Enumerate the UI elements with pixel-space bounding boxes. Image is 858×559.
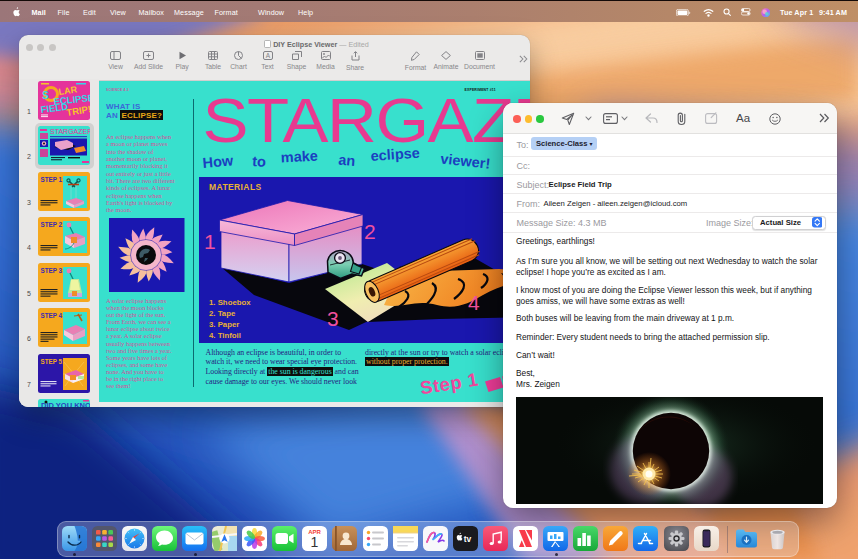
svg-text:viewer!: viewer! (439, 150, 490, 171)
svg-text:S: S (42, 90, 49, 101)
svg-text:make: make (280, 147, 318, 165)
svg-text:eclipse: eclipse (370, 144, 420, 163)
svg-text:1: 1 (204, 230, 216, 253)
svg-text:1. Shoebox: 1. Shoebox (209, 298, 251, 307)
svg-text:STEP 5:: STEP 5: (41, 358, 65, 365)
svg-text:4. Tinfoil: 4. Tinfoil (209, 331, 241, 340)
svg-text:STEP 2:: STEP 2: (41, 221, 65, 228)
svg-text:3. Paper: 3. Paper (209, 320, 239, 329)
svg-text:STARGAZER: STARGAZER (50, 128, 90, 135)
svg-text:STEP 3:: STEP 3: (41, 267, 65, 274)
svg-text:2: 2 (364, 220, 376, 243)
svg-text:tv: tv (464, 534, 472, 544)
svg-text:How: How (201, 152, 234, 171)
svg-text:4: 4 (468, 291, 480, 314)
svg-text:1: 1 (311, 534, 319, 550)
svg-text:A: A (265, 52, 270, 59)
svg-text:MATERIALS: MATERIALS (209, 182, 262, 192)
svg-text:an: an (337, 151, 355, 168)
svg-text:DID YOU KNOW: DID YOU KNOW (41, 401, 90, 407)
svg-text:3: 3 (327, 307, 339, 330)
svg-text:2. Tape: 2. Tape (209, 309, 236, 318)
svg-text:STEP 1:: STEP 1: (41, 176, 65, 183)
svg-text:STEP 4:: STEP 4: (41, 312, 65, 319)
svg-text:to: to (251, 153, 266, 170)
